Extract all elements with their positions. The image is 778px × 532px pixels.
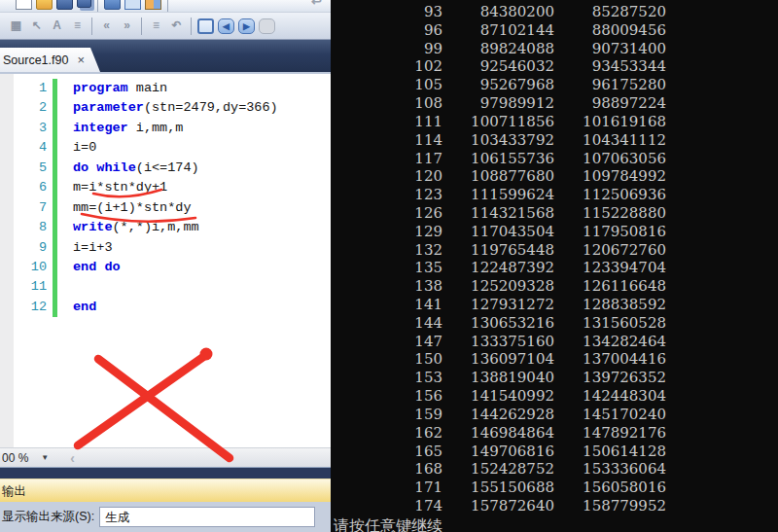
box-selection-icon[interactable] xyxy=(197,18,214,34)
scroll-left-icon[interactable]: ‹ xyxy=(70,450,75,466)
indent-icon[interactable]: » xyxy=(119,18,135,34)
col-m: 122487392 xyxy=(442,259,554,277)
toolbar-separator xyxy=(91,18,92,35)
code-line[interactable]: 10end do xyxy=(0,258,331,277)
tab-source1-f90[interactable]: Source1.f90 × xyxy=(0,48,100,72)
convert-case-icon[interactable]: A xyxy=(49,18,65,34)
col-m: 138819040 xyxy=(442,369,554,387)
code-line[interactable]: 4i=0 xyxy=(0,138,331,158)
code-line[interactable]: 3integer i,mm,m xyxy=(0,119,331,138)
col-i: 108 xyxy=(331,94,442,113)
code-line[interactable]: 1program main xyxy=(0,79,331,98)
open-folder-icon[interactable] xyxy=(36,0,53,10)
line-number: 9 xyxy=(0,238,47,258)
find-in-files-icon[interactable] xyxy=(104,0,121,10)
output-toolbar: 显示输出来源(S): 生成 xyxy=(0,502,331,532)
new-file-icon[interactable] xyxy=(16,0,32,10)
save-all-icon[interactable] xyxy=(77,0,91,8)
code-line[interactable]: 9i=i+3 xyxy=(0,238,331,258)
code-line[interactable]: 12end xyxy=(0,298,331,317)
console-window: 9384380200852875209687102144880094569989… xyxy=(331,0,778,532)
toolbar-row1: ↩ xyxy=(0,0,331,13)
code-line[interactable]: 2parameter(stn=2479,dy=366) xyxy=(0,98,331,118)
console-row: 1029254603293453344 xyxy=(331,57,778,76)
col-i: 150 xyxy=(331,350,442,369)
outdent-icon[interactable]: « xyxy=(98,18,115,34)
zoom-level-combobox[interactable]: 00 % xyxy=(2,451,28,465)
col-mm: 150614128 xyxy=(554,443,666,461)
output-panel-header: 输出 xyxy=(0,479,331,502)
console-row: 162146984864147892176 xyxy=(331,424,778,443)
console-row: 168152428752153336064 xyxy=(331,460,778,479)
code-text: program main xyxy=(57,79,167,98)
col-mm: 112506936 xyxy=(554,186,666,204)
chevron-down-icon[interactable]: ▼ xyxy=(41,453,49,462)
code-line[interactable]: 8write(*,*)i,m,mm xyxy=(0,218,331,237)
toggle-code-view-icon[interactable]: ▦ xyxy=(8,18,24,34)
output-source-combobox[interactable]: 生成 xyxy=(99,507,315,527)
col-i: 123 xyxy=(331,186,442,204)
undo-typing-icon[interactable]: ↶ xyxy=(168,18,185,34)
tab-strip: Source1.f90 × xyxy=(0,40,331,74)
col-i: 156 xyxy=(331,387,442,406)
line-number: 8 xyxy=(0,218,47,237)
comment-disabled-icon[interactable] xyxy=(259,18,275,34)
col-i: 117 xyxy=(331,150,442,168)
col-i: 126 xyxy=(331,204,442,223)
col-mm: 147892176 xyxy=(554,424,666,443)
col-i: 114 xyxy=(331,131,442,150)
properties-window-icon[interactable]: ≡ xyxy=(69,18,86,34)
col-m: 89824088 xyxy=(442,40,554,58)
code-line[interactable]: 5do while(i<=174) xyxy=(0,159,331,178)
console-row: 147133375160134282464 xyxy=(331,333,778,351)
window-split-icon[interactable] xyxy=(145,0,161,10)
code-line[interactable]: 7mm=(i+1)*stn*dy xyxy=(0,198,331,218)
editor-zoom-bar: 00 % ▼ ‹ xyxy=(0,447,331,467)
comment-out-icon[interactable]: ◀ xyxy=(218,18,234,34)
console-row: 1089798991298897224 xyxy=(331,94,778,113)
col-i: 105 xyxy=(331,76,442,94)
select-arrow-icon[interactable]: ↖ xyxy=(28,18,45,34)
code-line[interactable]: 6m=i*stn*dy+1 xyxy=(0,178,331,197)
console-row: 1059526796896175280 xyxy=(331,76,778,94)
console-row: 153138819040139726352 xyxy=(331,369,778,387)
close-icon[interactable]: × xyxy=(77,53,85,66)
col-m: 84380200 xyxy=(442,3,554,21)
col-m: 141540992 xyxy=(442,387,554,406)
uncomment-icon[interactable]: ▶ xyxy=(238,18,255,34)
col-m: 119765448 xyxy=(442,241,554,260)
col-mm: 153336064 xyxy=(554,460,666,479)
col-i: 111 xyxy=(331,113,442,131)
line-number: 11 xyxy=(0,277,47,297)
col-i: 174 xyxy=(331,497,442,515)
col-m: 87102144 xyxy=(442,21,554,40)
code-text: end do xyxy=(57,258,121,277)
col-m: 127931272 xyxy=(442,296,554,314)
window-icon[interactable] xyxy=(124,0,141,10)
line-number: 7 xyxy=(0,198,47,218)
console-row: 150136097104137004416 xyxy=(331,350,778,369)
console-row: 114103433792104341112 xyxy=(331,131,778,150)
col-i: 93 xyxy=(331,3,442,21)
code-text: i=0 xyxy=(57,138,96,158)
console-output: 9384380200852875209687102144880094569989… xyxy=(331,3,778,515)
output-source-label: 显示输出来源(S): xyxy=(2,509,94,525)
col-m: 117043504 xyxy=(442,223,554,241)
col-i: 99 xyxy=(331,40,442,58)
navigate-back-icon[interactable]: ↩ xyxy=(308,0,325,10)
col-m: 114321568 xyxy=(442,204,554,223)
code-editor[interactable]: 1program main2parameter(stn=2479,dy=366)… xyxy=(0,74,331,447)
col-mm: 145170240 xyxy=(554,406,666,424)
save-icon[interactable] xyxy=(56,0,73,10)
console-row: 138125209328126116648 xyxy=(331,277,778,296)
col-mm: 131560528 xyxy=(554,314,666,333)
line-number: 6 xyxy=(0,178,47,197)
col-i: 144 xyxy=(331,314,442,333)
console-row: 171155150688156058016 xyxy=(331,479,778,497)
toolbar-separator xyxy=(141,18,142,35)
col-i: 138 xyxy=(331,277,442,296)
console-row: 141127931272128838592 xyxy=(331,296,778,314)
code-text xyxy=(57,277,73,297)
format-document-icon[interactable]: ≡ xyxy=(148,18,164,34)
code-line[interactable]: 11 xyxy=(0,277,331,297)
